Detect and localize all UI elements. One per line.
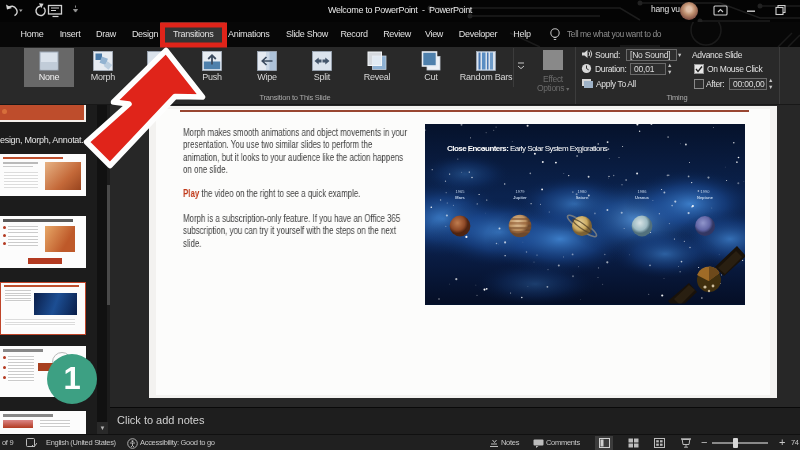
svg-text:1979: 1979 bbox=[516, 189, 526, 194]
svg-text:1990: 1990 bbox=[701, 189, 711, 194]
svg-text:1986: 1986 bbox=[638, 189, 648, 194]
svg-text:1965: 1965 bbox=[456, 189, 466, 194]
svg-text:1980: 1980 bbox=[578, 189, 588, 194]
svg-text:Close Encounters: Early Solar: Close Encounters: Early Solar System Exp… bbox=[447, 144, 608, 153]
svg-text:Uranus: Uranus bbox=[635, 195, 650, 200]
svg-text:Neptune: Neptune bbox=[697, 195, 714, 200]
svg-text:Jupiter: Jupiter bbox=[513, 195, 527, 200]
svg-text:Mars: Mars bbox=[455, 195, 465, 200]
svg-text:Saturn: Saturn bbox=[576, 195, 589, 200]
